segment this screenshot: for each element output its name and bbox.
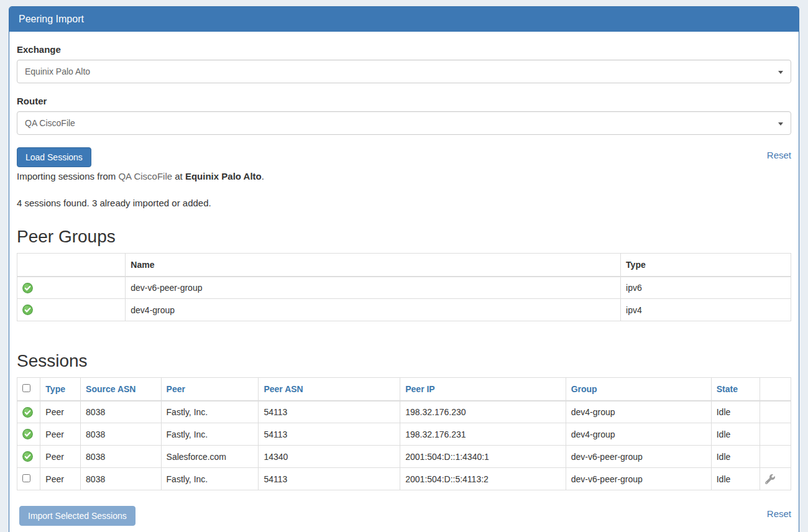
peer-groups-status-column-header [17,254,126,277]
wrench-icon[interactable] [765,474,775,484]
session-peer-ip-cell: 2001:504:D::1:4340:1 [400,446,566,468]
sessions-table: Type Source ASN Peer Peer ASN Peer IP Gr… [17,377,791,490]
peer-group-name-cell: dev4-group [126,299,621,321]
load-sessions-button[interactable]: Load Sessions [17,147,91,167]
reset-link-top[interactable]: Reset [767,147,791,160]
session-group-cell: dev-v6-peer-group [566,446,711,468]
session-status-cell [17,468,40,490]
session-peer-ip-cell: 2001:504:D::5:4113:2 [400,468,566,490]
session-peer-ip-cell: 198.32.176.231 [400,423,566,446]
type-sort-link[interactable]: Type [45,384,65,394]
session-peer-cell: Salesforce.com [161,446,259,468]
chevron-down-icon [778,122,783,126]
import-selected-sessions-button[interactable]: Import Selected Sessions [19,506,135,526]
session-peer-asn-cell: 14340 [259,446,400,468]
peer-groups-table: Name Type dev-v6-peer-group ipv6 [17,253,791,321]
session-actions-cell [760,401,791,423]
session-state-cell: Idle [711,423,760,446]
chevron-down-icon [778,71,783,74]
state-column-header: State [711,378,760,401]
peer-groups-title: Peer Groups [17,227,791,247]
peer-asn-column-header: Peer ASN [259,378,400,401]
session-status-cell [17,401,40,423]
session-peer-cell: Fastly, Inc. [161,468,259,490]
peer-group-status-cell [17,299,126,321]
session-source-asn-cell: 8038 [81,423,161,446]
peer-groups-name-column-header: Name [126,254,621,277]
session-group-cell: dev4-group [566,423,711,446]
select-all-cell [17,378,40,401]
sessions-title: Sessions [17,351,791,371]
peer-sort-link[interactable]: Peer [167,384,185,394]
peer-group-status-cell [17,277,126,299]
sessions-header-row: Type Source ASN Peer Peer ASN Peer IP Gr… [17,378,791,401]
session-peer-asn-cell: 54113 [259,401,400,423]
session-peer-ip-cell: 198.32.176.230 [400,401,566,423]
type-column-header: Type [40,378,81,401]
session-select-checkbox[interactable] [22,474,30,482]
imported-check-icon [22,283,33,293]
session-peer-cell: Fastly, Inc. [161,423,259,446]
session-source-asn-cell: 8038 [81,401,161,423]
source-asn-column-header: Source ASN [81,378,161,401]
imported-check-icon [22,429,33,439]
session-state-cell: Idle [711,446,760,468]
imported-check-icon [22,305,33,315]
session-status-cell [17,446,40,468]
peer-groups-type-column-header: Type [621,254,791,277]
peer-column-header: Peer [161,378,259,401]
router-selected-value: QA CiscoFile [25,118,75,128]
actions-column-header [760,378,791,401]
panel-body: Exchange Equinix Palo Alto Router QA Cis… [9,32,799,532]
session-actions-cell [760,468,791,490]
group-column-header: Group [566,378,711,401]
importing-exchange-name: Equinix Palo Alto [185,171,262,181]
session-type-cell: Peer [40,446,81,468]
imported-check-icon [22,407,33,418]
group-sort-link[interactable]: Group [571,384,597,394]
session-type-cell: Peer [40,468,81,490]
session-state-cell: Idle [711,468,760,490]
session-type-cell: Peer [40,423,81,446]
session-group-cell: dev-v6-peer-group [566,468,711,490]
sessions-summary-text: 4 sessions found. 3 already imported or … [17,198,791,208]
peer-groups-header-row: Name Type [17,254,791,277]
source-asn-sort-link[interactable]: Source ASN [86,384,135,394]
peer-group-type-cell: ipv6 [621,277,791,299]
session-peer-cell: Fastly, Inc. [161,401,259,423]
session-actions-cell [760,446,791,468]
peer-ip-column-header: Peer IP [400,378,566,401]
peer-group-row: dev-v6-peer-group ipv6 [17,277,791,299]
session-group-cell: dev4-group [566,401,711,423]
exchange-selected-value: Equinix Palo Alto [25,66,90,76]
reset-link-bottom[interactable]: Reset [767,506,791,519]
peer-group-name-cell: dev-v6-peer-group [126,277,621,299]
session-row: Peer 8038 Fastly, Inc. 54113 198.32.176.… [17,401,791,423]
peer-ip-sort-link[interactable]: Peer IP [405,384,434,394]
session-row: Peer 8038 Fastly, Inc. 54113 198.32.176.… [17,423,791,446]
session-status-cell [17,423,40,446]
session-row: Peer 8038 Fastly, Inc. 54113 2001:504:D:… [17,468,791,490]
peer-group-type-cell: ipv4 [621,299,791,321]
router-label: Router [17,96,791,106]
session-peer-asn-cell: 54113 [259,423,400,446]
session-source-asn-cell: 8038 [81,446,161,468]
importing-router-name: QA CiscoFile [118,171,172,181]
session-row: Peer 8038 Salesforce.com 14340 2001:504:… [17,446,791,468]
peer-asn-sort-link[interactable]: Peer ASN [264,384,303,394]
peer-group-row: dev4-group ipv4 [17,299,791,321]
session-peer-asn-cell: 54113 [259,468,400,490]
panel-title: Peering Import [9,7,799,32]
session-state-cell: Idle [711,401,760,423]
session-type-cell: Peer [40,401,81,423]
importing-status-text: Importing sessions from QA CiscoFile at … [17,171,791,181]
state-sort-link[interactable]: State [717,384,738,394]
session-source-asn-cell: 8038 [81,468,161,490]
exchange-label: Exchange [17,44,791,55]
session-actions-cell [760,423,791,446]
router-select[interactable]: QA CiscoFile [17,111,791,135]
exchange-select[interactable]: Equinix Palo Alto [17,60,791,83]
peering-import-panel: Peering Import Exchange Equinix Palo Alt… [9,6,799,532]
select-all-checkbox[interactable] [22,384,30,392]
imported-check-icon [22,451,33,462]
